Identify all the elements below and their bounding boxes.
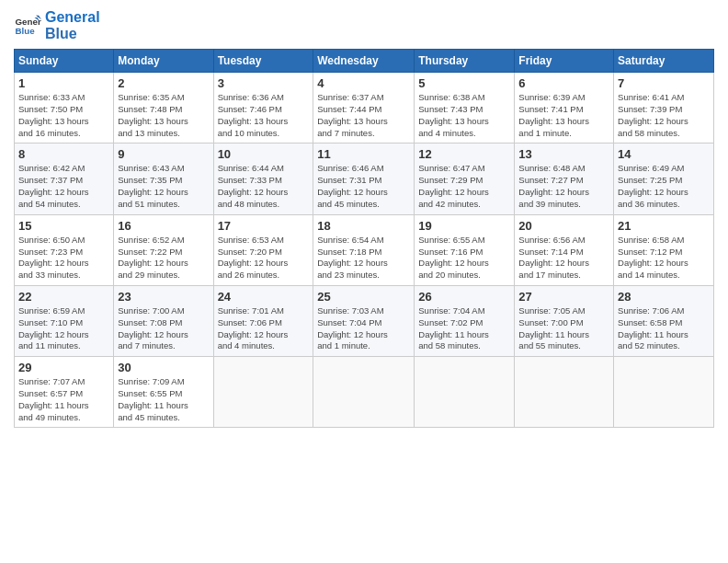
day-info: Sunrise: 6:50 AM Sunset: 7:23 PM Dayligh…	[18, 235, 109, 282]
day-number: 9	[118, 147, 209, 161]
calendar-day-cell: 22Sunrise: 6:59 AM Sunset: 7:10 PM Dayli…	[15, 285, 114, 356]
day-number: 14	[618, 147, 710, 161]
weekday-header-cell: Monday	[114, 50, 213, 73]
weekday-header-cell: Wednesday	[313, 50, 415, 73]
day-number: 25	[317, 290, 410, 304]
day-info: Sunrise: 6:49 AM Sunset: 7:25 PM Dayligh…	[618, 163, 710, 210]
day-number: 5	[418, 76, 510, 90]
svg-text:Blue: Blue	[16, 26, 36, 36]
calendar-day-cell: 2Sunrise: 6:35 AM Sunset: 7:48 PM Daylig…	[114, 73, 213, 144]
day-info: Sunrise: 7:04 AM Sunset: 7:02 PM Dayligh…	[418, 305, 510, 352]
day-number: 26	[418, 290, 510, 304]
calendar-day-cell	[313, 357, 415, 428]
day-info: Sunrise: 6:44 AM Sunset: 7:33 PM Dayligh…	[218, 163, 310, 210]
day-number: 10	[218, 147, 310, 161]
day-info: Sunrise: 6:47 AM Sunset: 7:29 PM Dayligh…	[418, 163, 510, 210]
day-number: 16	[118, 219, 209, 233]
day-info: Sunrise: 6:55 AM Sunset: 7:16 PM Dayligh…	[418, 235, 510, 282]
day-info: Sunrise: 6:42 AM Sunset: 7:37 PM Dayligh…	[18, 163, 109, 210]
day-number: 18	[317, 219, 410, 233]
day-info: Sunrise: 6:38 AM Sunset: 7:43 PM Dayligh…	[418, 92, 510, 139]
calendar-day-cell: 3Sunrise: 6:36 AM Sunset: 7:46 PM Daylig…	[213, 73, 313, 144]
calendar-day-cell: 5Sunrise: 6:38 AM Sunset: 7:43 PM Daylig…	[415, 73, 515, 144]
day-info: Sunrise: 6:35 AM Sunset: 7:48 PM Dayligh…	[118, 92, 209, 139]
day-info: Sunrise: 6:56 AM Sunset: 7:14 PM Dayligh…	[518, 235, 609, 282]
calendar-day-cell: 7Sunrise: 6:41 AM Sunset: 7:39 PM Daylig…	[614, 73, 714, 144]
calendar-day-cell: 23Sunrise: 7:00 AM Sunset: 7:08 PM Dayli…	[114, 285, 213, 356]
day-number: 4	[317, 76, 410, 90]
calendar-day-cell: 29Sunrise: 7:07 AM Sunset: 6:57 PM Dayli…	[15, 357, 114, 428]
day-info: Sunrise: 6:46 AM Sunset: 7:31 PM Dayligh…	[317, 163, 410, 210]
day-number: 24	[218, 290, 310, 304]
svg-text:General: General	[16, 16, 42, 26]
calendar-day-cell: 17Sunrise: 6:53 AM Sunset: 7:20 PM Dayli…	[213, 214, 313, 285]
day-info: Sunrise: 6:37 AM Sunset: 7:44 PM Dayligh…	[317, 92, 410, 139]
calendar-day-cell: 11Sunrise: 6:46 AM Sunset: 7:31 PM Dayli…	[313, 144, 415, 214]
calendar-week-row: 8Sunrise: 6:42 AM Sunset: 7:37 PM Daylig…	[15, 144, 714, 214]
day-info: Sunrise: 6:53 AM Sunset: 7:20 PM Dayligh…	[218, 235, 310, 282]
calendar-day-cell: 14Sunrise: 6:49 AM Sunset: 7:25 PM Dayli…	[614, 144, 714, 214]
day-number: 19	[418, 219, 510, 233]
calendar-day-cell: 15Sunrise: 6:50 AM Sunset: 7:23 PM Dayli…	[15, 214, 114, 285]
day-info: Sunrise: 7:06 AM Sunset: 6:58 PM Dayligh…	[618, 305, 710, 352]
calendar-day-cell: 8Sunrise: 6:42 AM Sunset: 7:37 PM Daylig…	[15, 144, 114, 214]
day-info: Sunrise: 6:43 AM Sunset: 7:35 PM Dayligh…	[118, 163, 209, 210]
header: General Blue GeneralBlue	[14, 9, 714, 41]
calendar-day-cell: 26Sunrise: 7:04 AM Sunset: 7:02 PM Dayli…	[415, 285, 515, 356]
calendar-week-row: 1Sunrise: 6:33 AM Sunset: 7:50 PM Daylig…	[15, 73, 714, 144]
weekday-header-cell: Sunday	[15, 50, 114, 73]
day-number: 20	[518, 219, 609, 233]
calendar-day-cell: 18Sunrise: 6:54 AM Sunset: 7:18 PM Dayli…	[313, 214, 415, 285]
day-number: 13	[518, 147, 609, 161]
calendar-body: 1Sunrise: 6:33 AM Sunset: 7:50 PM Daylig…	[15, 73, 714, 428]
calendar-week-row: 22Sunrise: 6:59 AM Sunset: 7:10 PM Dayli…	[15, 285, 714, 356]
day-info: Sunrise: 6:41 AM Sunset: 7:39 PM Dayligh…	[618, 92, 710, 139]
day-number: 11	[317, 147, 410, 161]
day-number: 12	[418, 147, 510, 161]
calendar-table: SundayMondayTuesdayWednesdayThursdayFrid…	[14, 49, 714, 428]
main-container: General Blue GeneralBlue SundayMondayTue…	[0, 0, 728, 437]
day-number: 21	[618, 219, 710, 233]
day-info: Sunrise: 7:00 AM Sunset: 7:08 PM Dayligh…	[118, 305, 209, 352]
weekday-header-cell: Friday	[515, 50, 614, 73]
calendar-day-cell: 28Sunrise: 7:06 AM Sunset: 6:58 PM Dayli…	[614, 285, 714, 356]
logo: General Blue GeneralBlue	[14, 9, 100, 41]
day-info: Sunrise: 6:48 AM Sunset: 7:27 PM Dayligh…	[518, 163, 609, 210]
day-info: Sunrise: 6:52 AM Sunset: 7:22 PM Dayligh…	[118, 235, 209, 282]
calendar-day-cell: 30Sunrise: 7:09 AM Sunset: 6:55 PM Dayli…	[114, 357, 213, 428]
day-number: 15	[18, 219, 109, 233]
weekday-header-row: SundayMondayTuesdayWednesdayThursdayFrid…	[15, 50, 714, 73]
day-number: 2	[118, 76, 209, 90]
day-info: Sunrise: 6:59 AM Sunset: 7:10 PM Dayligh…	[18, 305, 109, 352]
day-info: Sunrise: 7:05 AM Sunset: 7:00 PM Dayligh…	[518, 305, 609, 352]
calendar-day-cell: 12Sunrise: 6:47 AM Sunset: 7:29 PM Dayli…	[415, 144, 515, 214]
weekday-header-cell: Thursday	[415, 50, 515, 73]
calendar-day-cell: 16Sunrise: 6:52 AM Sunset: 7:22 PM Dayli…	[114, 214, 213, 285]
day-info: Sunrise: 7:03 AM Sunset: 7:04 PM Dayligh…	[317, 305, 410, 352]
calendar-day-cell	[415, 357, 515, 428]
calendar-day-cell: 9Sunrise: 6:43 AM Sunset: 7:35 PM Daylig…	[114, 144, 213, 214]
day-number: 3	[218, 76, 310, 90]
day-number: 1	[18, 76, 109, 90]
day-number: 7	[618, 76, 710, 90]
day-number: 23	[118, 290, 209, 304]
calendar-day-cell: 27Sunrise: 7:05 AM Sunset: 7:00 PM Dayli…	[515, 285, 614, 356]
day-info: Sunrise: 6:36 AM Sunset: 7:46 PM Dayligh…	[218, 92, 310, 139]
day-number: 6	[518, 76, 609, 90]
day-number: 30	[118, 361, 209, 374]
calendar-day-cell: 10Sunrise: 6:44 AM Sunset: 7:33 PM Dayli…	[213, 144, 313, 214]
weekday-header-cell: Tuesday	[213, 50, 313, 73]
calendar-week-row: 15Sunrise: 6:50 AM Sunset: 7:23 PM Dayli…	[15, 214, 714, 285]
day-info: Sunrise: 6:39 AM Sunset: 7:41 PM Dayligh…	[518, 92, 609, 139]
day-number: 22	[18, 290, 109, 304]
calendar-day-cell: 21Sunrise: 6:58 AM Sunset: 7:12 PM Dayli…	[614, 214, 714, 285]
day-info: Sunrise: 7:07 AM Sunset: 6:57 PM Dayligh…	[18, 376, 109, 423]
day-number: 29	[18, 361, 109, 374]
day-info: Sunrise: 6:54 AM Sunset: 7:18 PM Dayligh…	[317, 235, 410, 282]
day-info: Sunrise: 6:33 AM Sunset: 7:50 PM Dayligh…	[18, 92, 109, 139]
calendar-day-cell	[614, 357, 714, 428]
calendar-day-cell: 1Sunrise: 6:33 AM Sunset: 7:50 PM Daylig…	[15, 73, 114, 144]
calendar-day-cell: 6Sunrise: 6:39 AM Sunset: 7:41 PM Daylig…	[515, 73, 614, 144]
day-info: Sunrise: 6:58 AM Sunset: 7:12 PM Dayligh…	[618, 235, 710, 282]
day-number: 17	[218, 219, 310, 233]
